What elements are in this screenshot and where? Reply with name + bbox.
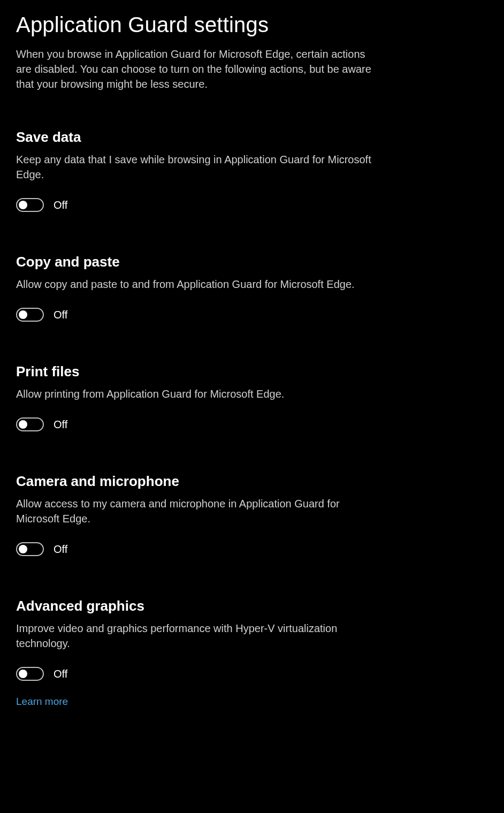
page-description: When you browse in Application Guard for… [16,47,380,92]
print-files-toggle[interactable] [16,417,44,431]
advanced-graphics-title: Advanced graphics [16,598,488,614]
camera-mic-toggle[interactable] [16,542,44,556]
advanced-graphics-description: Improve video and graphics performance w… [16,621,380,651]
toggle-thumb-icon [19,545,27,553]
section-save-data: Save data Keep any data that I save whil… [16,129,488,212]
copy-paste-toggle[interactable] [16,308,44,322]
learn-more-link[interactable]: Learn more [16,696,68,707]
print-files-description: Allow printing from Application Guard fo… [16,386,380,401]
toggle-thumb-icon [19,670,27,678]
save-data-toggle[interactable] [16,198,44,212]
camera-mic-toggle-label: Off [54,543,67,556]
advanced-graphics-toggle[interactable] [16,667,44,681]
toggle-thumb-icon [19,420,27,429]
print-files-toggle-label: Off [54,419,67,431]
section-camera-mic: Camera and microphone Allow access to my… [16,473,488,556]
print-files-toggle-row: Off [16,417,488,431]
print-files-title: Print files [16,363,488,380]
toggle-thumb-icon [19,201,27,209]
save-data-title: Save data [16,129,488,146]
camera-mic-title: Camera and microphone [16,473,488,490]
section-advanced-graphics: Advanced graphics Improve video and grap… [16,598,488,681]
copy-paste-toggle-row: Off [16,308,488,322]
camera-mic-description: Allow access to my camera and microphone… [16,496,380,526]
copy-paste-toggle-label: Off [54,309,67,321]
toggle-thumb-icon [19,310,27,319]
advanced-graphics-toggle-label: Off [54,668,67,680]
save-data-toggle-row: Off [16,198,488,212]
section-print-files: Print files Allow printing from Applicat… [16,363,488,431]
advanced-graphics-toggle-row: Off [16,667,488,681]
camera-mic-toggle-row: Off [16,542,488,556]
copy-paste-description: Allow copy and paste to and from Applica… [16,277,380,292]
save-data-toggle-label: Off [54,199,67,211]
copy-paste-title: Copy and paste [16,254,488,270]
save-data-description: Keep any data that I save while browsing… [16,152,380,182]
page-title: Application Guard settings [16,13,488,37]
section-copy-paste: Copy and paste Allow copy and paste to a… [16,254,488,322]
